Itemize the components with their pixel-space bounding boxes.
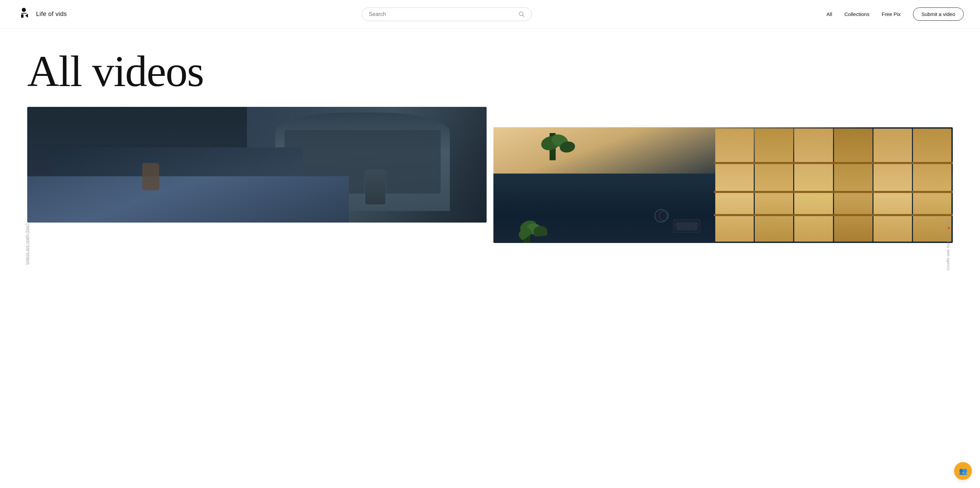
search-input[interactable] xyxy=(369,11,515,17)
logo-icon xyxy=(16,7,31,22)
logo-link[interactable]: Life of vids xyxy=(16,7,67,22)
nav-free-pix[interactable]: Free Pix xyxy=(882,11,901,17)
side-label-right-prefix: With xyxy=(947,218,951,225)
nav-all[interactable]: All xyxy=(827,11,832,17)
heart-icon: ♥ xyxy=(946,227,951,229)
svg-rect-2 xyxy=(21,14,24,18)
side-label-left-text: Videos are really free? xyxy=(25,223,29,263)
nav-collections[interactable]: Collections xyxy=(845,11,869,17)
video-card-1[interactable] xyxy=(27,107,487,223)
search-icon xyxy=(519,11,525,17)
hero-title-light: videos xyxy=(82,47,204,95)
svg-rect-3 xyxy=(24,13,27,14)
search-bar xyxy=(362,8,532,21)
side-label-left: Videos are really free? xyxy=(25,223,29,263)
svg-point-0 xyxy=(22,8,26,12)
side-label-right: With ♥ by Leeroy web agency xyxy=(946,218,951,263)
hero-title-dark: All xyxy=(27,47,82,95)
hero-section: All videos xyxy=(0,29,980,107)
submit-video-button[interactable]: Submit a video xyxy=(913,8,964,21)
nav-links: All Collections Free Pix Submit a video xyxy=(827,8,964,21)
hero-title: All videos xyxy=(27,49,959,93)
video-grid xyxy=(0,107,980,263)
side-label-right-suffix: by Leeroy web agency xyxy=(947,231,951,263)
logo-text: Life of vids xyxy=(36,11,67,18)
svg-line-5 xyxy=(522,15,524,17)
video-thumbnail-1 xyxy=(27,107,487,223)
header: Life of vids All Collections Free Pix Su… xyxy=(0,0,980,29)
video-card-2[interactable] xyxy=(493,127,953,243)
video-thumbnail-2 xyxy=(493,127,953,243)
